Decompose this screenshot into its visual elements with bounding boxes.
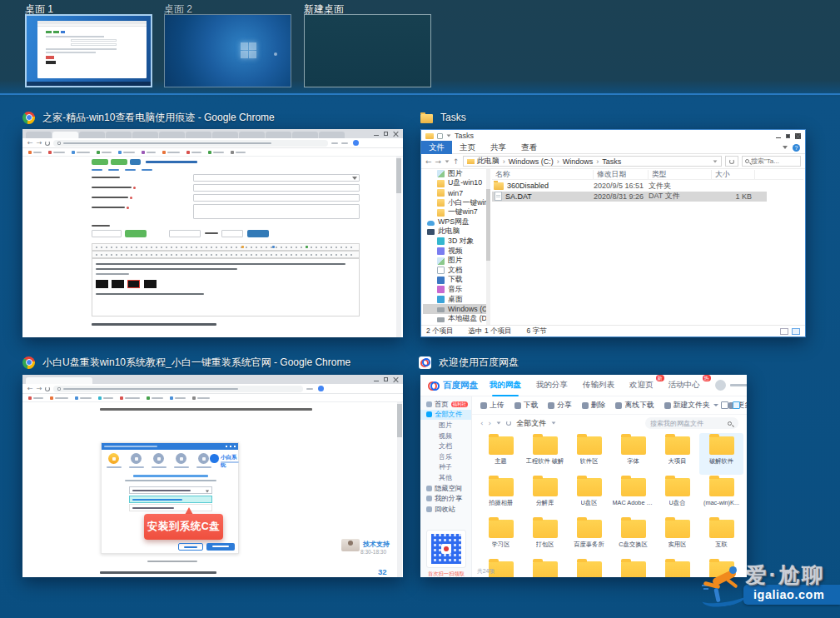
refresh-button [725,156,738,167]
sidebar-item: Windows (C:) [423,304,486,314]
sidebar-item-icon [427,229,435,235]
ribbon-collapse-icon [783,146,788,149]
window-controls [374,376,399,382]
folder-icon [489,520,514,538]
desktop-2-thumbnail[interactable] [164,14,291,87]
column-header: 名称 [492,170,594,179]
installer-step-icon [131,453,142,464]
breadcrumb-list: 此电脑›Windows (C:)›Windows›Tasks› [477,156,622,167]
sidebar-item-label: 桌面 [448,295,463,305]
browser-tab-strip [22,375,403,384]
sidebar-item: 回收站 [420,504,471,515]
breadcrumb: 此电脑›Windows (C:)›Windows›Tasks› [463,156,723,167]
sidebar-item-icon [427,221,435,226]
sidebar-item-label: 音乐 [439,452,452,461]
sidebar-item-label: 音乐 [448,285,463,295]
folder-name: 字体 [627,457,639,466]
back-icon: ← [27,139,33,147]
column-header: 类型 [649,170,712,179]
sidebar-item-icon [437,180,445,187]
sidebar-item-icon [437,199,445,207]
ribbon-tab: 主页 [452,141,483,155]
sidebar-item-label: 视频 [448,247,463,257]
sidebar-item-icon [437,257,445,265]
folder-icon [577,520,602,538]
window-thumbnail-chrome2[interactable]: ← → [22,375,403,577]
sidebar-item-label: 此电脑 [438,227,460,237]
support-name: 技术支持 [363,540,390,549]
watermark-domain: igaliao.com [753,588,824,601]
folder-icon [665,436,690,455]
support-hours: 8:30-18:30 [360,549,386,555]
breadcrumb-segment: Windows (C:)› [509,157,563,166]
file-icon [495,192,502,201]
sidebar-item: 种子 [420,462,471,473]
folder-item [567,558,611,577]
desktop-1-thumbnail[interactable] [25,14,152,87]
breadcrumb-segment: 此电脑› [477,156,509,167]
folder-name: 分解库 [536,499,554,507]
ribbon-tab-list: 文件主页共享查看 [421,141,544,155]
sidebar-item-label: Windows (C:) [448,305,486,313]
netdisk-main: 上传 下载 分享 [472,396,747,577]
folder-name: (mac-win)K... [703,499,739,506]
window-thumbnail-tasks[interactable]: Tasks 文件主页共享查看 ? ← → ↑ 此电脑›Windows (C:)›… [420,129,806,337]
item-count: 共24项 [477,567,495,576]
tab-badge: 热 [703,375,711,381]
tutorial-page: 小白系统 安装到系统C盘 [22,402,403,577]
window-controls [374,131,399,137]
forward-icon: → [37,385,42,393]
folder-item: 分解库 [523,475,567,516]
netdisk-nav-row: ‹ › 全部文件 [472,415,747,431]
nav-tab: 我的网盘 [490,380,521,391]
folder-icon [577,561,602,577]
watermark-title: 爱·尬聊 [746,561,825,589]
folder-item: 实用区 [655,516,699,558]
nav-tab: 活动中心热 [669,380,700,391]
address-caret-icon [713,160,718,162]
installer-screenshot: 小白系统 安装到系统C盘 [101,442,239,554]
desktop-1-mini-taskbar [27,82,151,86]
sidebar-item: 下载 [423,276,486,286]
sidebar-item-icon [426,401,432,407]
window-thumbnail-baidu[interactable]: 百度网盘 我的网盘 我的分享 传输列表 欢迎页新 活动中心热 开通 [420,375,747,577]
window-header-baidu[interactable]: 欢迎使用百度网盘 [419,354,519,371]
os-option [129,504,212,511]
toolbar-button: 删除 [582,401,606,411]
address-bar [53,386,303,392]
window-header-chrome2[interactable]: 小白U盘重装win10系统教程_小白一键重装系统官网 - Google Chro… [22,354,350,371]
sidebar-item: 文档 [423,266,486,276]
folder-item: 拍摄相册 [479,475,523,516]
folder-icon [489,436,514,455]
folder-name: 大项目 [669,457,687,466]
desktop-strip-divider [0,93,840,95]
back-icon: ← [27,385,33,393]
sidebar-item-icon [437,189,445,197]
sidebar-item-label: 图片 [439,421,452,430]
grid-view-icon [733,401,740,409]
file-icon [494,182,504,190]
baidu-netdisk-icon [419,356,431,369]
window-thumbnail-chrome1[interactable]: ← → [22,129,403,337]
cms-page [22,157,403,337]
window-header-tasks[interactable]: Tasks [420,109,466,126]
sidebar-item-icon [426,496,432,501]
caret-down-icon [497,421,501,424]
folder-icon [533,520,558,538]
chrome-icon [22,356,35,369]
toolbar-icon [582,402,589,409]
sidebar-item-label: 种子 [439,462,452,471]
large-icons-view-icon [792,328,800,335]
window-header-chrome1[interactable]: 之家-精品-win10查看电脑使用痕迹 - Google Chrome [22,109,275,126]
watermark: 爱·尬聊 igaliao.com [702,563,840,618]
folder-name: 拍摄相册 [489,499,513,507]
sidebar-item: 本地磁盘 (D:) [423,314,486,324]
sidebar-item-icon [437,277,445,284]
forward-icon: → [37,139,42,147]
sidebar-item: 音乐 [420,451,471,462]
sidebar-item-icon [437,317,445,322]
folder-item: 打包区 [523,516,567,558]
new-desktop-thumbnail[interactable] [304,14,431,87]
sidebar-scrollbar [486,169,490,326]
sidebar-item-label: WPS网盘 [438,217,470,227]
